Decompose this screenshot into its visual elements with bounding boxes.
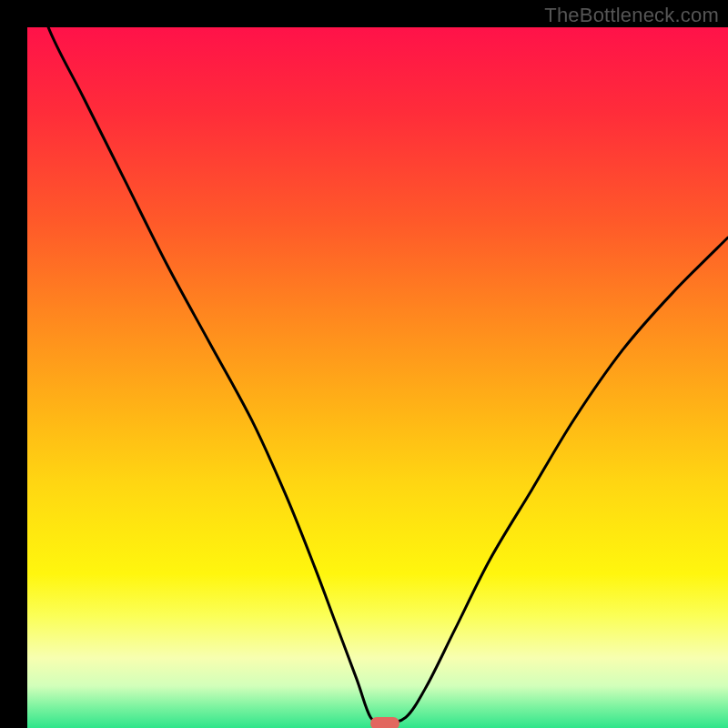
attribution-text: TheBottleneck.com bbox=[544, 4, 719, 27]
plot-area bbox=[27, 27, 728, 728]
bottleneck-curve-path bbox=[27, 27, 728, 723]
optimum-marker bbox=[370, 717, 399, 728]
bottleneck-curve bbox=[27, 27, 728, 728]
